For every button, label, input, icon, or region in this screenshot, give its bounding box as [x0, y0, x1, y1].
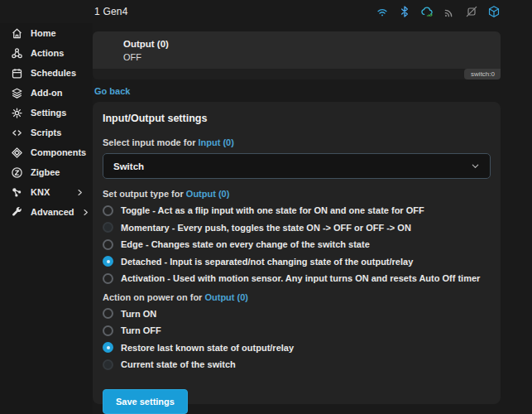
radio-option-label: Turn OFF [121, 325, 161, 335]
zigbee-icon [11, 166, 23, 179]
radio-option-label: Edge - Changes state on every change of … [121, 239, 370, 249]
cloud-sync-icon[interactable] [419, 4, 434, 18]
chevron-down-icon [471, 161, 480, 171]
output-type-label-text: Set output type for [103, 189, 186, 199]
radio-icon [103, 273, 113, 284]
sidebar-item-home[interactable]: Home [0, 23, 93, 43]
top-bar: 1 Gen4 [0, 0, 532, 23]
output-card-state: OFF [123, 52, 492, 62]
sidebar-item-addon[interactable]: Add-on [0, 83, 93, 103]
save-settings-button[interactable]: Save settings [103, 389, 188, 414]
radio-icon [103, 239, 113, 250]
radio-option-turn-off[interactable]: Turn OFF [103, 322, 491, 339]
main-content: Output (0) OFF switch:0 Go back Input/Ou… [93, 23, 501, 404]
actions-icon [11, 47, 23, 60]
output-status-card-body: Output (0) OFF [93, 31, 501, 69]
radio-option-turn-on[interactable]: Turn ON [103, 306, 491, 323]
panel-title: Input/Output settings [103, 113, 491, 124]
input-mode-label-text: Select input mode for [103, 137, 199, 147]
sidebar-item-label: Home [31, 28, 56, 38]
gear-icon [11, 107, 23, 119]
script-disabled-icon[interactable] [464, 4, 478, 18]
output-link[interactable]: Output (0) [204, 292, 248, 302]
radio-icon [103, 222, 113, 233]
sidebar-item-label: Components [31, 147, 86, 157]
radio-option-restore-last[interactable]: Restore last known state of output/relay [103, 339, 491, 357]
sidebar-item-label: Actions [31, 48, 64, 58]
radio-option-label: Turn ON [121, 309, 156, 319]
sidebar-item-advanced[interactable]: Advanced [0, 202, 93, 222]
radio-option-activation[interactable]: Activation - Used with motion sensor. An… [103, 270, 491, 287]
radio-icon [103, 325, 113, 336]
sidebar-nav: Home Actions Schedules Add-on Settings S… [0, 23, 93, 414]
output-status-card-footer: switch:0 [93, 69, 501, 79]
radio-option-label: Activation - Used with motion sensor. An… [121, 273, 480, 283]
radio-option-current-switch-state[interactable]: Current state of the switch [103, 356, 491, 373]
power-on-action-radio-group: Turn ON Turn OFF Restore last known stat… [103, 306, 491, 373]
sidebar-item-actions[interactable]: Actions [0, 43, 93, 63]
wrench-icon [11, 206, 23, 219]
power-on-action-label: Action on power on for Output (0) [103, 292, 491, 302]
knx-icon [11, 186, 23, 199]
sidebar-item-knx[interactable]: KNX [0, 182, 93, 202]
sidebar-item-components[interactable]: Components [0, 142, 93, 162]
radio-option-label: Restore last known state of output/relay [121, 343, 294, 353]
radio-option-label: Momentary - Every push, toggles the stat… [121, 223, 411, 233]
radio-icon [103, 256, 113, 267]
radio-icon [103, 308, 113, 319]
go-back-link[interactable]: Go back [94, 86, 130, 96]
home-icon [11, 27, 23, 40]
radio-icon [103, 359, 113, 370]
wifi-icon[interactable] [375, 4, 389, 18]
bluetooth-icon[interactable] [397, 4, 411, 18]
radio-icon [103, 342, 113, 353]
chevron-right-icon [82, 209, 89, 216]
output-status-card: Output (0) OFF switch:0 [93, 31, 501, 79]
sidebar-item-label: Scripts [31, 128, 61, 137]
broadcast-icon[interactable] [442, 4, 456, 18]
layers-icon [11, 87, 23, 99]
io-settings-panel: Input/Output settings Select input mode … [93, 102, 501, 404]
radio-icon [103, 205, 113, 216]
sidebar-item-settings[interactable]: Settings [0, 103, 93, 123]
output-type-label: Set output type for Output (0) [103, 189, 491, 199]
matter-cube-icon[interactable] [486, 4, 501, 18]
code-icon [11, 127, 23, 139]
output-card-title: Output (0) [123, 39, 492, 49]
device-title: 1 Gen4 [94, 6, 128, 17]
sidebar-item-label: Schedules [31, 68, 76, 78]
sidebar-item-label: Settings [31, 108, 66, 118]
status-icon-tray [375, 4, 501, 18]
sidebar-item-zigbee[interactable]: Zigbee [0, 162, 93, 182]
radio-option-label: Detached - Input is separated/not changi… [121, 257, 413, 267]
sidebar-item-label: Add-on [31, 88, 62, 98]
sidebar-item-scripts[interactable]: Scripts [0, 123, 93, 142]
sidebar-item-label: KNX [31, 187, 50, 197]
component-id-badge: switch:0 [464, 69, 501, 79]
calendar-icon [11, 67, 23, 79]
input-mode-label: Select input mode for Input (0) [103, 137, 491, 147]
power-on-action-label-text: Action on power on for [103, 292, 204, 302]
chevron-right-icon [76, 189, 84, 196]
sidebar-item-schedules[interactable]: Schedules [0, 63, 93, 83]
output-link[interactable]: Output (0) [186, 189, 230, 199]
radio-option-detached[interactable]: Detached - Input is separated/not changi… [103, 253, 491, 271]
input-mode-select[interactable]: Switch [103, 153, 491, 179]
sidebar-item-label: Advanced [31, 207, 74, 217]
radio-option-label: Current state of the switch [121, 359, 236, 369]
radio-option-toggle[interactable]: Toggle - Act as a flip input with one st… [103, 202, 491, 219]
radio-option-edge[interactable]: Edge - Changes state on every change of … [103, 236, 491, 253]
sidebar-item-label: Zigbee [31, 167, 60, 177]
radio-option-label: Toggle - Act as a flip input with one st… [121, 205, 424, 215]
input-link[interactable]: Input (0) [199, 137, 234, 147]
output-type-radio-group: Toggle - Act as a flip input with one st… [103, 202, 491, 287]
radio-option-momentary[interactable]: Momentary - Every push, toggles the stat… [103, 219, 491, 237]
components-icon [11, 147, 23, 159]
input-mode-selected-value: Switch [113, 161, 144, 171]
